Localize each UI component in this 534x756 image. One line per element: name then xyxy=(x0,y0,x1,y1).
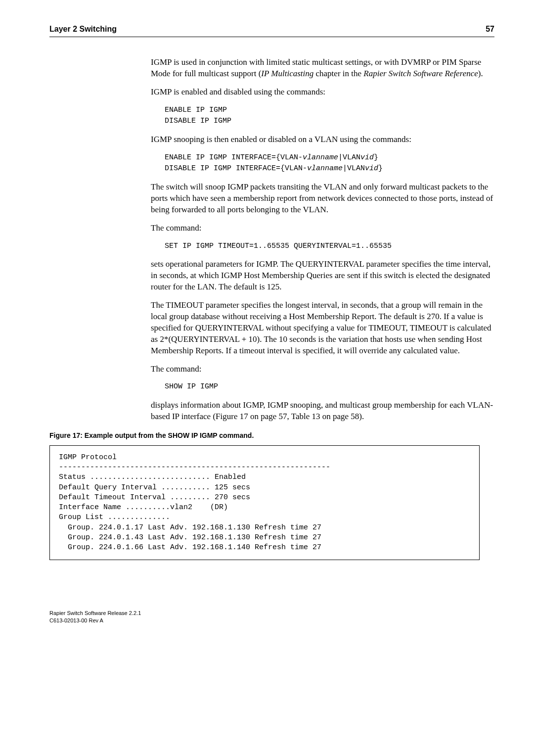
paragraph: The switch will snoop IGMP packets trans… xyxy=(151,182,494,216)
text-italic: vlanname xyxy=(303,153,338,162)
text-italic: vid xyxy=(365,164,378,173)
paragraph: The command: xyxy=(151,223,494,234)
footer: Rapier Switch Software Release 2.2.1 C61… xyxy=(49,610,494,624)
footer-line: Rapier Switch Software Release 2.2.1 xyxy=(49,610,494,616)
section-title: Layer 2 Switching xyxy=(49,25,117,34)
code-block: SET IP IGMP TIMEOUT=1..65535 QUERYINTERV… xyxy=(165,241,494,252)
paragraph: IGMP snooping is then enabled or disable… xyxy=(151,134,494,145)
paragraph: The TIMEOUT parameter specifies the long… xyxy=(151,300,494,357)
text: } xyxy=(378,164,383,173)
figure-output: IGMP Protocol --------------------------… xyxy=(49,445,480,561)
footer-line: C613-02013-00 Rev A xyxy=(49,617,494,624)
text: ). xyxy=(478,69,483,78)
body: IGMP is used in conjunction with limited… xyxy=(151,57,494,423)
text: DISABLE IP IGMP INTERFACE={VLAN- xyxy=(165,164,307,173)
paragraph: sets operational parameters for IGMP. Th… xyxy=(151,259,494,293)
text: chapter in the xyxy=(313,69,363,78)
paragraph: The command: xyxy=(151,364,494,375)
text-italic: Rapier Switch Software Reference xyxy=(363,69,478,78)
text: ENABLE IP IGMP INTERFACE={VLAN- xyxy=(165,153,303,162)
paragraph: displays information about IGMP, IGMP sn… xyxy=(151,400,494,423)
text: |VLAN xyxy=(343,164,365,173)
page-header: Layer 2 Switching 57 xyxy=(49,25,494,34)
paragraph: IGMP is used in conjunction with limited… xyxy=(151,57,494,80)
paragraph: IGMP is enabled and disabled using the c… xyxy=(151,87,494,98)
page-number: 57 xyxy=(486,25,494,34)
code-block: SHOW IP IGMP xyxy=(165,381,494,393)
text-italic: vid xyxy=(360,153,374,162)
text: |VLAN xyxy=(338,153,360,162)
text-italic: IP Multicasting xyxy=(261,69,313,78)
figure-caption: Figure 17: Example output from the SHOW … xyxy=(49,431,494,439)
text: } xyxy=(374,153,378,162)
header-rule xyxy=(49,37,494,37)
code-block: ENABLE IP IGMP DISABLE IP IGMP xyxy=(165,105,494,127)
text-italic: vlanname xyxy=(307,164,343,173)
code-block: ENABLE IP IGMP INTERFACE={VLAN-vlanname|… xyxy=(165,152,494,175)
